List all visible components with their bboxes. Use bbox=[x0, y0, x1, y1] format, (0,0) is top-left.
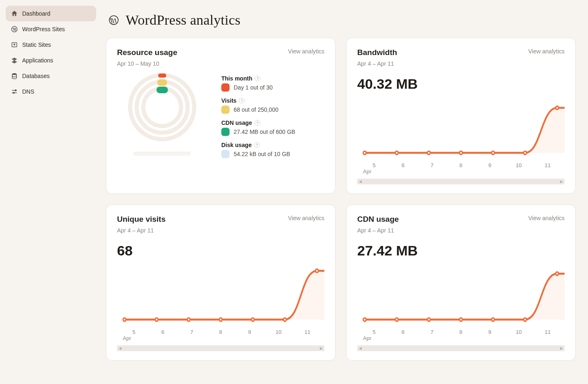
sidebar-item-wordpress-sites[interactable]: WordPress Sites bbox=[6, 21, 96, 37]
svg-point-16 bbox=[556, 106, 558, 110]
svg-point-15 bbox=[524, 151, 526, 154]
sliders-icon bbox=[11, 88, 18, 95]
sidebar-item-label: Databases bbox=[22, 73, 50, 79]
chart-scrollbar[interactable]: ◀▶ bbox=[357, 345, 565, 351]
card-unique-visits: Unique visits Apr 4 – Apr 11 View analyt… bbox=[106, 205, 335, 361]
card-title: Bandwidth bbox=[357, 48, 397, 57]
svg-point-28 bbox=[492, 318, 494, 321]
page-title-text: WordPress analytics bbox=[126, 12, 241, 28]
sidebar-item-dns[interactable]: DNS bbox=[6, 84, 96, 99]
legend-value: Day 1 out of 30 bbox=[234, 84, 273, 91]
legend-value: 68 out of 250,000 bbox=[234, 106, 278, 113]
chart-x-month: Apr bbox=[357, 335, 565, 341]
card-cdn-usage: CDN usage Apr 4 – Apr 11 View analytics … bbox=[346, 205, 576, 361]
svg-point-20 bbox=[219, 318, 222, 321]
export-icon bbox=[11, 41, 18, 48]
chart-bandwidth: 567891011 Apr ◀▶ bbox=[357, 97, 565, 184]
page-title: WordPress analytics bbox=[108, 12, 576, 28]
card-resource-usage: Resource usage Apr 10 – May 10 View anal… bbox=[106, 38, 335, 194]
legend-item-disk: Disk usage ? 54.22 kB out of 10 GB bbox=[221, 142, 295, 158]
card-title: Unique visits bbox=[117, 215, 165, 224]
chart-x-month: Apr bbox=[357, 168, 565, 175]
chart-x-month: Apr bbox=[117, 335, 324, 341]
date-range: Apr 4 – Apr 11 bbox=[357, 227, 399, 234]
svg-point-4 bbox=[13, 92, 14, 94]
sidebar-item-databases[interactable]: Databases bbox=[6, 68, 96, 84]
sidebar-item-dashboard[interactable]: Dashboard bbox=[6, 6, 96, 21]
sidebar: Dashboard WordPress Sites Static Sites A… bbox=[0, 0, 102, 384]
sidebar-item-label: Dashboard bbox=[22, 10, 51, 17]
svg-point-17 bbox=[123, 318, 126, 321]
svg-point-24 bbox=[363, 318, 366, 321]
legend-label: CDN usage bbox=[221, 120, 252, 126]
view-analytics-link[interactable]: View analytics bbox=[288, 215, 324, 221]
chart-x-axis: 567891011 bbox=[357, 329, 565, 335]
line-chart bbox=[357, 97, 565, 159]
view-analytics-link[interactable]: View analytics bbox=[528, 48, 565, 55]
chart-unique-visits: 567891011 Apr ◀▶ bbox=[117, 264, 324, 351]
database-icon bbox=[11, 72, 18, 80]
sidebar-item-label: WordPress Sites bbox=[22, 26, 65, 32]
chart-x-axis: 567891011 bbox=[117, 329, 324, 335]
line-chart bbox=[117, 264, 324, 325]
help-icon[interactable]: ? bbox=[255, 120, 260, 126]
legend-item-month: This month ? Day 1 out of 30 bbox=[221, 75, 295, 92]
svg-point-13 bbox=[459, 151, 462, 154]
svg-point-23 bbox=[315, 269, 318, 272]
legend-item-cdn: CDN usage ? 27.42 MB out of 600 GB bbox=[221, 120, 295, 136]
headline-value: 68 bbox=[117, 243, 324, 259]
date-range: Apr 4 – Apr 11 bbox=[117, 227, 165, 234]
home-icon bbox=[11, 10, 18, 17]
svg-point-12 bbox=[427, 151, 430, 154]
legend-value: 54.22 kB out of 10 GB bbox=[234, 151, 290, 157]
sidebar-item-label: Static Sites bbox=[22, 41, 51, 48]
svg-point-9 bbox=[149, 94, 175, 120]
sidebar-item-applications[interactable]: Applications bbox=[6, 53, 96, 68]
resource-gauge bbox=[117, 74, 207, 158]
legend-item-visits: Visits ? 68 out of 250,000 bbox=[221, 97, 295, 114]
date-range: Apr 4 – Apr 11 bbox=[357, 60, 397, 67]
card-bandwidth: Bandwidth Apr 4 – Apr 11 View analytics … bbox=[346, 38, 576, 194]
chart-scrollbar[interactable]: ◀▶ bbox=[357, 179, 565, 184]
svg-point-10 bbox=[363, 151, 366, 154]
gauge-disk-bar bbox=[133, 152, 191, 156]
chart-x-axis: 567891011 bbox=[357, 162, 565, 168]
gauge-segment-cdn bbox=[156, 87, 168, 93]
resource-legend: This month ? Day 1 out of 30 Visits bbox=[221, 74, 295, 158]
swatch-icon bbox=[221, 128, 230, 136]
view-analytics-link[interactable]: View analytics bbox=[288, 48, 324, 55]
chart-scrollbar[interactable]: ◀▶ bbox=[117, 345, 324, 351]
sidebar-item-static-sites[interactable]: Static Sites bbox=[6, 37, 96, 53]
svg-point-29 bbox=[524, 318, 526, 321]
legend-value: 27.42 MB out of 600 GB bbox=[234, 129, 295, 135]
svg-point-14 bbox=[492, 151, 494, 154]
legend-label: This month bbox=[221, 75, 252, 82]
gauge-segment-month bbox=[158, 74, 166, 78]
svg-point-25 bbox=[395, 318, 398, 321]
headline-value: 40.32 MB bbox=[357, 76, 565, 92]
headline-value: 27.42 MB bbox=[357, 243, 565, 259]
svg-point-18 bbox=[155, 318, 158, 321]
sidebar-item-label: Applications bbox=[22, 57, 53, 64]
card-title: Resource usage bbox=[117, 48, 177, 57]
svg-point-21 bbox=[251, 318, 254, 321]
svg-point-19 bbox=[187, 318, 190, 321]
svg-point-30 bbox=[556, 272, 558, 275]
svg-point-11 bbox=[395, 151, 398, 154]
legend-label: Visits bbox=[221, 97, 237, 104]
legend-label: Disk usage bbox=[221, 142, 252, 148]
swatch-icon bbox=[221, 106, 230, 114]
main-content: WordPress analytics Resource usage Apr 1… bbox=[102, 0, 588, 384]
help-icon[interactable]: ? bbox=[239, 98, 245, 103]
layers-icon bbox=[11, 57, 18, 64]
help-icon[interactable]: ? bbox=[254, 142, 260, 148]
card-title: CDN usage bbox=[357, 215, 399, 224]
view-analytics-link[interactable]: View analytics bbox=[528, 215, 565, 221]
svg-point-27 bbox=[459, 318, 462, 321]
swatch-icon bbox=[221, 83, 230, 92]
sidebar-item-label: DNS bbox=[22, 88, 34, 95]
line-chart bbox=[357, 264, 565, 325]
svg-point-3 bbox=[15, 90, 16, 91]
svg-point-2 bbox=[12, 73, 17, 75]
help-icon[interactable]: ? bbox=[255, 76, 260, 81]
